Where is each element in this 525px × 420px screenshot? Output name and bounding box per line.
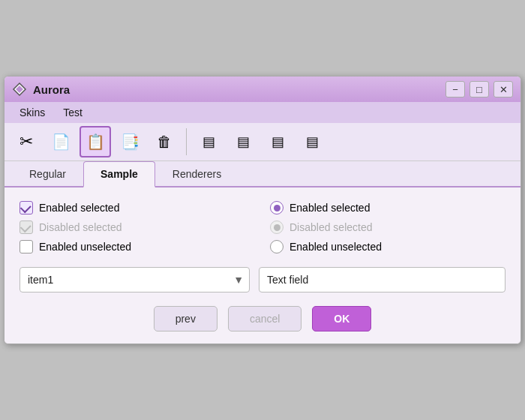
tab-sample[interactable]: Sample <box>83 161 155 188</box>
radio-disabled-selected-label: Disabled selected <box>290 221 373 233</box>
align-justify-icon: ▤ <box>306 134 319 150</box>
align-justify-button[interactable]: ▤ <box>296 126 328 158</box>
paste-button[interactable]: 📋 <box>80 126 111 158</box>
checkbox-disabled-selected-label: Disabled selected <box>39 221 122 233</box>
checkbox-enabled-selected-box[interactable] <box>20 201 33 214</box>
menu-test[interactable]: Test <box>54 104 92 122</box>
tab-regular[interactable]: Regular <box>12 161 83 188</box>
radio-enabled-selected-label: Enabled selected <box>290 202 370 214</box>
input-row: item1 item2 item3 ▼ <box>20 267 506 292</box>
window-controls: − □ ✕ <box>446 81 513 98</box>
cancel-button[interactable]: cancel <box>228 306 302 332</box>
button-row: prev cancel OK <box>20 306 506 332</box>
checkbox-enabled-unselected[interactable]: Enabled unselected <box>20 240 255 254</box>
radio-enabled-unselected-btn[interactable] <box>270 240 284 254</box>
align-left-button[interactable]: ▤ <box>193 126 224 158</box>
close-button[interactable]: ✕ <box>494 81 513 98</box>
scissors-icon: ✂ <box>20 132 33 152</box>
checkbox-enabled-unselected-label: Enabled unselected <box>39 241 131 253</box>
checkbox-disabled-selected-box <box>20 220 33 234</box>
radio-enabled-unselected-label: Enabled unselected <box>290 241 382 253</box>
maximize-button[interactable]: □ <box>470 81 489 98</box>
menubar: Skins Test <box>4 102 520 123</box>
checkbox-enabled-unselected-box[interactable] <box>20 240 33 254</box>
toolbar-separator <box>186 128 187 155</box>
radio-disabled-selected-btn <box>270 220 284 234</box>
radio-enabled-selected[interactable]: Enabled selected <box>270 201 506 214</box>
prev-button[interactable]: prev <box>154 306 218 332</box>
align-right-icon: ▤ <box>272 134 284 150</box>
document-icon: 📑 <box>121 133 140 151</box>
controls-grid: Enabled selected Enabled selected Disabl… <box>20 201 506 254</box>
toolbar: ✂ 📄 📋 📑 🗑 ▤ ▤ ▤ ▤ <box>4 123 520 161</box>
ok-button[interactable]: OK <box>312 306 371 332</box>
menu-skins[interactable]: Skins <box>10 104 54 122</box>
text-field-input[interactable] <box>259 267 506 292</box>
minimize-button[interactable]: − <box>446 81 465 98</box>
scissors-button[interactable]: ✂ <box>10 126 42 158</box>
checkbox-disabled-selected: Disabled selected <box>20 220 255 234</box>
tab-renderers[interactable]: Renderers <box>155 161 238 188</box>
window-title: Aurora <box>33 83 440 96</box>
document-button[interactable]: 📑 <box>114 126 146 158</box>
radio-enabled-unselected[interactable]: Enabled unselected <box>270 240 506 254</box>
align-center-icon: ▤ <box>237 134 250 150</box>
copy-button[interactable]: 📄 <box>45 126 76 158</box>
shredder-icon: 🗑 <box>157 134 172 151</box>
shredder-button[interactable]: 🗑 <box>148 126 180 158</box>
align-right-button[interactable]: ▤ <box>262 126 293 158</box>
align-center-button[interactable]: ▤ <box>227 126 259 158</box>
app-icon <box>12 82 27 97</box>
tab-content: Enabled selected Enabled selected Disabl… <box>4 188 520 344</box>
radio-enabled-selected-btn[interactable] <box>270 201 284 214</box>
tab-bar: Regular Sample Renderers <box>4 161 520 188</box>
main-window: Aurora − □ ✕ Skins Test ✂ 📄 📋 📑 🗑 ▤ <box>4 76 521 344</box>
checkbox-enabled-selected[interactable]: Enabled selected <box>20 201 255 214</box>
checkbox-enabled-selected-label: Enabled selected <box>39 202 119 214</box>
titlebar: Aurora − □ ✕ <box>4 76 520 102</box>
radio-disabled-selected: Disabled selected <box>270 220 506 234</box>
dropdown-wrap: item1 item2 item3 ▼ <box>20 267 250 292</box>
copy-icon: 📄 <box>52 133 70 151</box>
item-select[interactable]: item1 item2 item3 <box>20 267 250 292</box>
align-left-icon: ▤ <box>202 134 215 150</box>
paste-icon: 📋 <box>86 133 105 151</box>
